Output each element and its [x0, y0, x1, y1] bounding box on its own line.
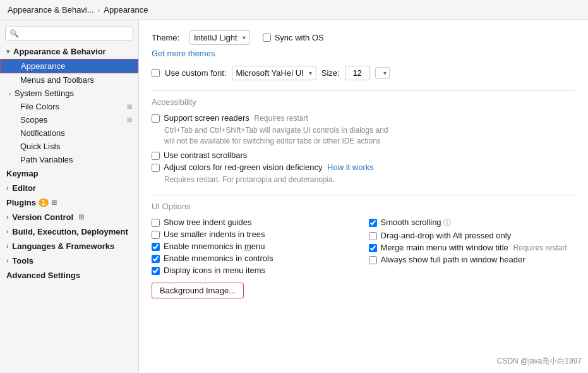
- full-path-checkbox[interactable]: [369, 256, 377, 264]
- mnemonics-menu-label: Enable mnemonics in menu: [164, 242, 265, 251]
- smaller-indents-row: Use smaller indents in trees: [152, 229, 359, 239]
- font-select[interactable]: Microsoft YaHei UI ▾: [232, 66, 316, 80]
- merge-menu-checkbox[interactable]: [369, 244, 377, 252]
- contrast-scrollbars-checkbox[interactable]: [152, 152, 160, 160]
- sidebar-item-label: Quick Lists: [20, 142, 61, 151]
- sidebar-item-plugins[interactable]: Plugins 1 ⊞: [0, 195, 138, 210]
- sidebar-item-file-colors[interactable]: File Colors ⊞: [0, 100, 138, 113]
- chevron-down-icon: ▾: [6, 48, 9, 55]
- mnemonics-menu-checkbox[interactable]: [152, 243, 160, 251]
- smaller-indents-label: Use smaller indents in trees: [164, 229, 265, 239]
- sidebar-group-label: Editor: [12, 183, 36, 193]
- smaller-indents-checkbox[interactable]: [152, 231, 160, 239]
- plugins-icon: ⊞: [51, 199, 57, 207]
- contrast-scrollbars-label: Use contrast scrollbars: [164, 150, 247, 160]
- sidebar-group-label: Build, Execution, Deployment: [12, 227, 128, 236]
- chevron-right-icon: ›: [9, 90, 11, 97]
- sidebar-item-languages-frameworks[interactable]: › Languages & Frameworks: [0, 239, 138, 254]
- mnemonics-controls-row: Enable mnemonics in controls: [152, 254, 359, 263]
- screen-readers-row: Support screen readers Requires restart: [152, 113, 575, 123]
- sync-with-os-row: Sync with OS: [263, 33, 324, 42]
- sidebar-item-scopes[interactable]: Scopes ⊞: [0, 113, 138, 126]
- sidebar-group-label: Advanced Settings: [6, 271, 80, 280]
- sidebar-item-system-settings[interactable]: › System Settings: [0, 87, 138, 100]
- accessibility-title: Accessibility: [152, 97, 575, 108]
- color-deficiency-checkbox[interactable]: [152, 164, 160, 172]
- plugins-badge: 1: [39, 199, 49, 207]
- sidebar-item-quick-lists[interactable]: Quick Lists: [0, 140, 138, 153]
- sidebar-item-version-control[interactable]: › Version Control ⊞: [0, 210, 138, 224]
- sidebar-group-label: Appearance & Behavior: [13, 47, 106, 56]
- sidebar-item-label: Notifications: [20, 128, 65, 138]
- sidebar-item-advanced-settings[interactable]: Advanced Settings: [0, 268, 138, 283]
- screen-readers-sublabel: Ctrl+Tab and Ctrl+Shift+Tab will navigat…: [152, 125, 575, 147]
- sidebar-item-tools[interactable]: › Tools: [0, 254, 138, 268]
- ui-col1: Show tree indent guides Use smaller inde…: [152, 217, 359, 278]
- plugins-badge-row: 1 ⊞: [39, 199, 57, 207]
- contrast-scrollbars-row: Use contrast scrollbars: [152, 150, 575, 160]
- screen-readers-label: Support screen readers Requires restart: [164, 113, 308, 123]
- search-input[interactable]: [5, 27, 133, 40]
- smooth-scrolling-row: Smooth scrolling ⓘ: [369, 217, 576, 228]
- chevron-right-icon: ›: [6, 214, 8, 221]
- display-icons-row: Display icons in menu items: [152, 266, 359, 275]
- display-icons-checkbox[interactable]: [152, 267, 160, 275]
- sidebar-item-build-execution[interactable]: › Build, Execution, Deployment: [0, 224, 138, 239]
- size-label: Size:: [321, 68, 340, 78]
- size-dropdown[interactable]: ▾: [375, 67, 390, 79]
- full-path-row: Always show full path in window header: [369, 255, 576, 264]
- main-layout: ▾ Appearance & Behavior Appearance Menus…: [0, 20, 588, 373]
- size-dropdown-arrow: ▾: [383, 70, 387, 76]
- search-bar[interactable]: [0, 23, 138, 44]
- sidebar-item-label: Path Variables: [20, 155, 73, 164]
- font-size-input[interactable]: [345, 66, 370, 80]
- theme-label: Theme:: [152, 33, 183, 42]
- sidebar-item-notifications[interactable]: Notifications: [0, 126, 138, 140]
- screen-readers-checkbox[interactable]: [152, 114, 160, 123]
- sidebar-item-label: Menus and Toolbars: [20, 75, 94, 85]
- sidebar-group-label: Keymap: [6, 169, 39, 178]
- sidebar-item-appearance-behavior[interactable]: ▾ Appearance & Behavior: [0, 44, 138, 59]
- sidebar-item-editor[interactable]: › Editor: [0, 181, 138, 195]
- merge-menu-label: Merge main menu with window title Requir…: [381, 243, 567, 252]
- ui-options-title: UI Options: [152, 202, 575, 212]
- chevron-right-icon: ›: [6, 185, 8, 192]
- breadcrumb-current: Appearance: [104, 5, 148, 15]
- sidebar-item-keymap[interactable]: Keymap: [0, 166, 138, 181]
- drag-drop-checkbox[interactable]: [369, 232, 377, 240]
- chevron-right-icon: ›: [6, 228, 8, 235]
- tree-indent-label: Show tree indent guides: [164, 217, 251, 227]
- mnemonics-menu-row: Enable mnemonics in menu: [152, 242, 359, 251]
- tree-indent-checkbox[interactable]: [152, 219, 160, 227]
- get-more-themes-link[interactable]: Get more themes: [152, 49, 215, 58]
- breadcrumb: Appearance & Behavi... › Appearance: [8, 5, 148, 15]
- sidebar-item-label: Appearance: [21, 61, 65, 71]
- sidebar: ▾ Appearance & Behavior Appearance Menus…: [0, 20, 139, 373]
- color-deficiency-row: Adjust colors for red-green vision defic…: [152, 162, 575, 172]
- display-icons-label: Display icons in menu items: [164, 266, 265, 275]
- font-dropdown-arrow: ▾: [309, 70, 312, 76]
- mnemonics-controls-label: Enable mnemonics in controls: [164, 254, 273, 263]
- mnemonics-controls-checkbox[interactable]: [152, 255, 160, 263]
- sidebar-item-menus-toolbars[interactable]: Menus and Toolbars: [0, 73, 138, 87]
- sidebar-item-appearance[interactable]: Appearance: [0, 59, 138, 73]
- breadcrumb-arrow: ›: [98, 6, 100, 14]
- custom-font-checkbox[interactable]: [152, 69, 160, 77]
- accessibility-section: Accessibility Support screen readers Req…: [152, 97, 575, 185]
- how-it-works-link[interactable]: How it works: [327, 162, 374, 172]
- sidebar-item-path-variables[interactable]: Path Variables: [0, 153, 138, 166]
- sidebar-item-label: › System Settings: [9, 89, 74, 98]
- screen-readers-restart: Requires restart: [254, 114, 308, 123]
- smooth-scrolling-checkbox[interactable]: [369, 219, 377, 227]
- background-image-button[interactable]: Background Image...: [152, 283, 244, 298]
- ui-options-grid: Show tree indent guides Use smaller inde…: [152, 217, 575, 278]
- content-panel: Theme: IntelliJ Light ▾ Sync with OS Get…: [139, 20, 588, 373]
- theme-select[interactable]: IntelliJ Light ▾: [189, 30, 250, 45]
- sync-with-os-checkbox[interactable]: [263, 34, 271, 42]
- color-deficiency-label: Adjust colors for red-green vision defic…: [164, 162, 374, 172]
- font-value: Microsoft YaHei UI: [236, 68, 304, 78]
- full-path-label: Always show full path in window header: [381, 255, 525, 264]
- file-colors-icon: ⊞: [127, 103, 132, 110]
- sidebar-group-label: Tools: [12, 256, 33, 266]
- theme-value: IntelliJ Light: [194, 33, 237, 42]
